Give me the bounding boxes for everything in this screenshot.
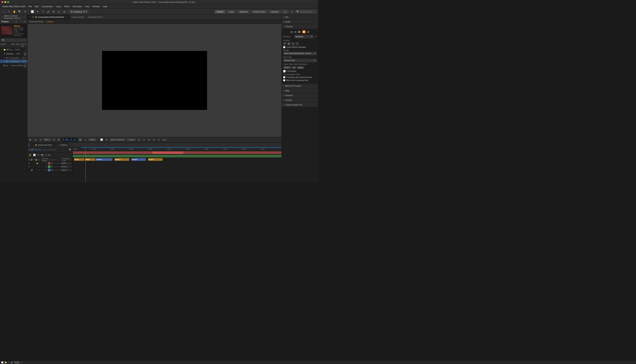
tl-btn-settings[interactable]: ⊟ <box>45 154 48 156</box>
preview-btn[interactable]: ▶ <box>29 138 32 142</box>
tab-composition[interactable]: ✕ ⬛ 🔒 Composition AmericanCliche ≫ <box>28 15 70 19</box>
view-dropdown[interactable]: 1 View ▾ <box>127 138 136 141</box>
snapping-toggle[interactable]: ⊕ Snapping ☑ ✦ <box>69 10 88 13</box>
layer-mode-3[interactable]: ▾ <box>71 169 72 171</box>
track-row-1[interactable] <box>73 151 281 154</box>
breadcrumb-chorus[interactable]: Chorus <box>47 20 53 23</box>
flow-btn[interactable]: ⊟ <box>152 138 156 142</box>
include-keyframe-icon[interactable]: ◻ <box>296 42 299 45</box>
trim-btn[interactable]: ⊞ <box>147 138 151 142</box>
cache-checkbox[interactable] <box>283 46 285 48</box>
fast-preview-btn[interactable]: ⊡ <box>142 138 146 142</box>
tab-effect-controls[interactable]: ✕ Effect Controls American Cliche ( ≫ <box>0 15 27 19</box>
full-screen-checkbox[interactable] <box>283 70 286 72</box>
layer-mode-1[interactable]: ▾ <box>71 162 72 164</box>
project-panel-expand[interactable]: ≫ <box>24 20 26 22</box>
toolbar-monitor-icon[interactable]: ⬛ <box>290 10 294 14</box>
frame-rate-dropdown[interactable]: 29.97 ▾ <box>283 66 291 69</box>
nav-more[interactable]: >> <box>282 10 288 14</box>
prev-btn-back-frame[interactable]: ⏭ <box>294 30 297 33</box>
menu-composition[interactable]: Composition <box>40 5 54 8</box>
tool-pen[interactable]: ✒ <box>36 10 40 14</box>
timeline-ruler[interactable]: 0;00s 0;15s 0;30s 0;45s 1:00s 1:15s 1:30… <box>73 147 281 151</box>
render-btn[interactable]: ⬛ <box>137 138 141 142</box>
tool-hand[interactable]: ✋ <box>12 10 17 14</box>
region-btn[interactable]: ⬜ <box>100 138 104 142</box>
tool-shapes[interactable]: ⬜ <box>30 10 35 14</box>
maximize-button[interactable] <box>7 1 9 3</box>
search-layers-icon[interactable]: 🔍 <box>69 148 72 151</box>
tool-text[interactable]: T <box>41 10 45 14</box>
timecode-display[interactable]: 0;00;11;21 <box>62 138 77 142</box>
skip-dropdown[interactable]: 0 ▾ <box>292 66 296 69</box>
comp-tab-expand[interactable]: ≫ <box>66 16 68 18</box>
track-row-2[interactable] <box>73 154 281 158</box>
resolution-dropdown[interactable]: Auto ▾ <box>297 66 304 69</box>
layer-parent-drop-2[interactable]: None ▾ <box>61 166 71 168</box>
layer-expand-1[interactable]: ▷ <box>42 162 44 164</box>
project-panel-menu[interactable]: ☰ <box>15 20 17 22</box>
section-header-info[interactable]: ▶ Info <box>282 15 318 19</box>
tool-pin[interactable]: ⊗ <box>62 10 67 14</box>
tool-erase[interactable]: ◻ <box>57 10 61 14</box>
zoom-dropdown[interactable]: 50% ▾ <box>43 138 51 141</box>
tl-btn-render[interactable]: ▶ <box>48 154 51 156</box>
search-input[interactable] <box>300 10 315 13</box>
range-dropdown[interactable]: Work Area Extended By Current ... ▾ <box>283 52 316 55</box>
layer-eye-1[interactable]: 👁 <box>28 162 31 164</box>
reset-btn[interactable]: ↺ <box>157 138 161 142</box>
tl-close-icon[interactable]: ✕ <box>29 144 30 146</box>
menu-view[interactable]: View <box>84 5 91 8</box>
layer-lock-1[interactable]: 🔒 <box>36 162 39 164</box>
nav-libraries[interactable]: Libraries <box>269 10 281 14</box>
layer-parent-drop-1[interactable]: None ▾ <box>61 162 71 164</box>
section-header-align[interactable]: ▶ Align <box>282 88 318 93</box>
layer-row-3[interactable]: 🔊 a ▷ 3 America_...D DK).wav ⊕ ⊙ <box>28 168 73 172</box>
layer-parent-drop-3[interactable]: None ▾ <box>61 169 71 171</box>
tl-btn-graph[interactable]: 📊 <box>33 154 36 156</box>
prev-btn-first[interactable]: ⏮ <box>290 30 293 33</box>
section-header-preview[interactable]: ▼ Preview — <box>282 24 318 29</box>
menu-window[interactable]: Window <box>91 5 101 8</box>
include-overflow-icon[interactable]: ⊕ <box>292 42 295 45</box>
layer-row-1[interactable]: 👁 🔒 ◻ ▷ 1 Chorus ⊕ ⊙ <box>28 162 73 165</box>
play-from-dropdown[interactable]: Current Time ▾ <box>283 59 316 62</box>
layer-expand-3[interactable]: ▷ <box>42 169 44 171</box>
nav-default[interactable]: Default <box>215 10 225 14</box>
breadcrumb-americliche[interactable]: AmericanCliche <box>29 20 44 23</box>
layer-eye-2[interactable]: 👁 <box>28 166 31 168</box>
tool-clone[interactable]: ⊕ <box>51 10 56 14</box>
grid2-btn[interactable]: ⊞ <box>105 138 109 142</box>
nav-standard[interactable]: Standard <box>237 10 250 14</box>
tl-btn-camera[interactable]: 📷 <box>40 154 44 156</box>
menu-help[interactable]: Help <box>102 5 109 8</box>
nav-learn[interactable]: Learn <box>227 10 236 14</box>
menu-effect[interactable]: Effect <box>63 5 71 8</box>
layer-row-2[interactable]: 👁 ◻ ▷ 2 Chorus ⊕ ⊙ <box>28 165 73 168</box>
minimize-button[interactable] <box>4 1 6 3</box>
list-item[interactable]: ⬡ Chorus Composition 29.97 <box>0 60 27 63</box>
tool-zoom[interactable]: 🔍 <box>18 10 22 14</box>
list-item[interactable]: ▼ 📁 AC Layers Folder ⊞ <box>0 48 27 51</box>
quality-dropdown[interactable]: (Half) ▾ <box>88 138 96 141</box>
layer-edit-3[interactable]: ✏ <box>59 169 60 171</box>
menu-layer[interactable]: Layer <box>55 5 63 8</box>
section-header-content-aware[interactable]: ▶ Content-Aware Fill <box>282 102 318 107</box>
layer-expand-2[interactable]: ▷ <box>42 166 44 168</box>
camera-icon[interactable]: 📷 <box>78 138 82 142</box>
camera-dropdown[interactable]: Active Camera ▾ <box>110 138 126 141</box>
menu-animation[interactable]: Animation <box>71 5 83 8</box>
track-row-3[interactable]: VERSE VERSE CHORUS <box>73 158 281 161</box>
close-button[interactable] <box>2 1 4 3</box>
menu-ae[interactable]: Adobe After Effects 2020 <box>1 5 27 8</box>
move-time-checkbox[interactable] <box>283 79 285 81</box>
layer-edit-2[interactable]: ✏ <box>59 166 60 168</box>
timeline-tab-chorus[interactable]: ⬡ Chorus <box>57 143 69 146</box>
preview-collapse-btn[interactable]: — <box>315 26 316 28</box>
tool-brush[interactable]: 🖌 <box>46 10 51 14</box>
grid-btn[interactable]: ⊞ <box>34 138 37 142</box>
view-btn[interactable]: 👁 <box>39 138 42 142</box>
section-header-audio[interactable]: ▶ Audio <box>282 20 318 24</box>
timeline-tab-americliche[interactable]: ⬡ 🔒 AmericanCliche ≡ <box>31 143 56 146</box>
include-video-icon[interactable]: 👁 <box>283 42 286 45</box>
